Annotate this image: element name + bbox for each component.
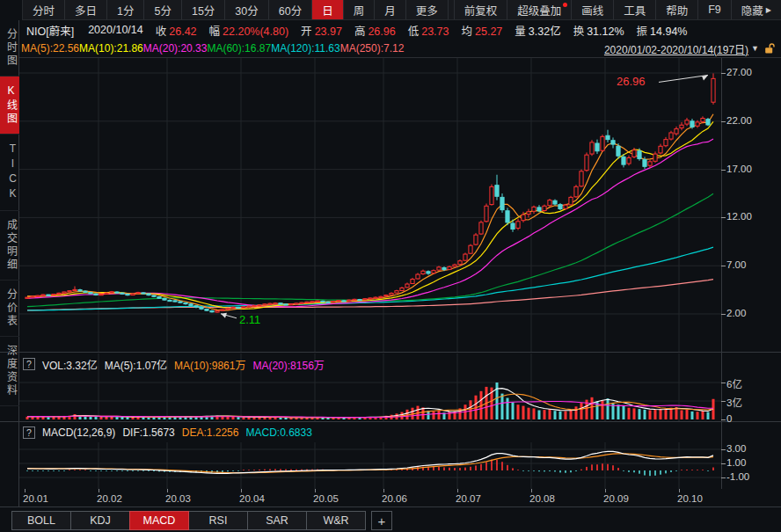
axis-tick-label: 22.00 [726,115,779,126]
tool-button-帮助[interactable]: 帮助 [655,0,697,19]
sidebar-item-深度资料[interactable]: 深度资料 [0,337,19,406]
tools-menu: 前复权超级叠加画线工具帮助F9隐藏▶ [454,0,781,19]
time-axis-label: 20.02 [97,493,122,504]
field-label: 换 [573,26,585,38]
time-axis-label: 20.09 [603,493,629,504]
field-value: 26.96 [368,26,395,38]
unlock-icon[interactable] [763,42,776,55]
time-axis-tick [315,489,316,492]
notification-dot-icon [563,3,567,7]
time-axis-label: 20.01 [23,493,48,504]
tool-button-超级叠加[interactable]: 超级叠加 [507,0,571,19]
indicator-tab-RSI[interactable]: RSI [188,511,248,530]
period-tab-周[interactable]: 周 [344,0,376,19]
time-axis-label: 20.06 [382,493,407,504]
sidebar-item-TICK[interactable]: TICK [0,135,19,211]
period-tab-日[interactable]: 日 [312,0,344,19]
field-label: 均 [462,26,473,38]
axis-tick-label: 7.00 [726,259,779,270]
time-axis-label: 20.03 [165,493,191,504]
axis-tick-label: 6亿 [726,376,779,390]
field-label: 幅 [209,26,221,38]
macd-legend-item: MACD:0.6833 [245,426,311,439]
volume-legend-item: MA(20):8156万 [252,357,324,372]
axis-tick [721,170,726,171]
date-range-label[interactable]: 2020/01/02-2020/10/14(197日) [604,41,748,56]
sidebar-item-K线图[interactable]: K线图 [0,77,19,135]
time-axis-label: 20.08 [529,493,555,504]
quote-field-低: 低23.73 [408,22,449,39]
period-tab-更多[interactable]: 更多 [406,0,449,19]
symbol-label: NIO[蔚来] [26,22,74,39]
svg-text:26.96: 26.96 [617,75,646,88]
ma-legend-item: MA(10):21.86 [79,42,143,55]
period-tab-月[interactable]: 月 [375,0,406,19]
quote-field-换: 换31.12% [573,22,624,39]
time-axis-label: 20.07 [456,493,481,504]
ma-legend-item: MA(60):16.87 [207,42,271,55]
stock-terminal-window: 分时多日1分5分15分30分60分日周月更多 前复权超级叠加画线工具帮助F9隐藏… [0,0,781,532]
tool-button-画线[interactable]: 画线 [571,0,613,19]
indicator-tab-MACD[interactable]: MACD [129,511,189,530]
sidebar-item-分时图[interactable]: 分时图 [0,20,19,77]
field-label: 开 [301,26,312,38]
time-axis-tick [457,489,458,492]
tool-button-前复权[interactable]: 前复权 [454,0,507,19]
period-tab-多日[interactable]: 多日 [65,0,107,19]
axis-tick [721,449,726,450]
quote-field-收: 收26.42 [156,22,197,39]
tool-button-隐藏[interactable]: 隐藏▶ [731,0,781,19]
field-value: 22.20%(4.80) [223,26,288,38]
time-axis-tick [605,489,606,492]
main-kline-chart[interactable]: 26.962.11 [19,58,721,352]
period-tab-30分[interactable]: 30分 [225,0,268,19]
axis-tick [721,419,726,420]
field-label: 低 [408,26,420,38]
period-tab-60分[interactable]: 60分 [269,0,312,19]
volume-legend-item: MA(5):1.07亿 [105,357,167,372]
ma-legend-item: MA(20):20.33 [143,42,208,55]
add-indicator-button[interactable]: + [371,511,392,530]
period-tab-5分[interactable]: 5分 [144,0,181,19]
axis-tick [721,463,726,464]
ma-legend-bar: MA(5):22.56MA(10):21.86MA(20):20.33MA(60… [19,40,781,58]
chevron-down-icon[interactable]: ▼ [751,44,759,53]
time-axis-tick [383,489,384,492]
axis-tick [721,121,726,122]
indicator-tab-KDJ[interactable]: KDJ [70,511,130,530]
tool-button-F9[interactable]: F9 [697,0,731,19]
sidebar-item-分价表[interactable]: 分价表 [0,281,19,337]
pane-divider[interactable] [0,421,781,422]
date-range-selector[interactable]: 2020/01/02-2020/10/14(197日) ▼ [604,41,776,56]
macd-chart[interactable] [19,442,721,489]
macd-legend-item: MACD(12,26,9) [42,426,115,439]
volume-legend-item: VOL:3.32亿 [42,357,98,372]
indicator-tab-BOLL[interactable]: BOLL [11,511,71,530]
axis-tick-label: 0 [726,413,779,424]
pane-divider[interactable] [0,352,781,353]
quote-field-幅: 幅22.20%(4.80) [209,22,289,39]
axis-tick-label: 1.00 [726,457,779,468]
help-icon[interactable]: ? [23,358,35,370]
field-label: 振 [637,26,648,38]
period-tab-分时[interactable]: 分时 [23,0,65,19]
tool-button-工具[interactable]: 工具 [613,0,655,19]
ma-legend: MA(5):22.56MA(10):21.86MA(20):20.33MA(60… [21,42,404,55]
period-tab-1分[interactable]: 1分 [107,0,144,19]
volume-pane-header: ? VOL:3.32亿MA(5):1.07亿MA(10):9861万MA(20)… [19,355,721,373]
indicator-tabs: BOLLKDJMACDRSISARW&R [12,511,366,530]
quote-field-均: 均25.27 [462,22,503,39]
time-axis-label: 20.04 [239,493,265,504]
field-label: 收 [156,26,167,38]
ma-legend-item: MA(120):11.63 [271,42,340,55]
indicator-tab-SAR[interactable]: SAR [247,511,307,530]
period-tab-15分[interactable]: 15分 [182,0,225,19]
time-axis-tick [167,489,168,492]
field-value: 31.12% [587,26,624,38]
help-icon[interactable]: ? [23,426,35,439]
axis-tick [721,217,726,218]
indicator-tab-W&R[interactable]: W&R [306,511,366,530]
svg-text:2.11: 2.11 [239,313,260,326]
time-axis-tick [99,489,99,492]
sidebar-item-成交明细[interactable]: 成交明细 [0,211,19,281]
